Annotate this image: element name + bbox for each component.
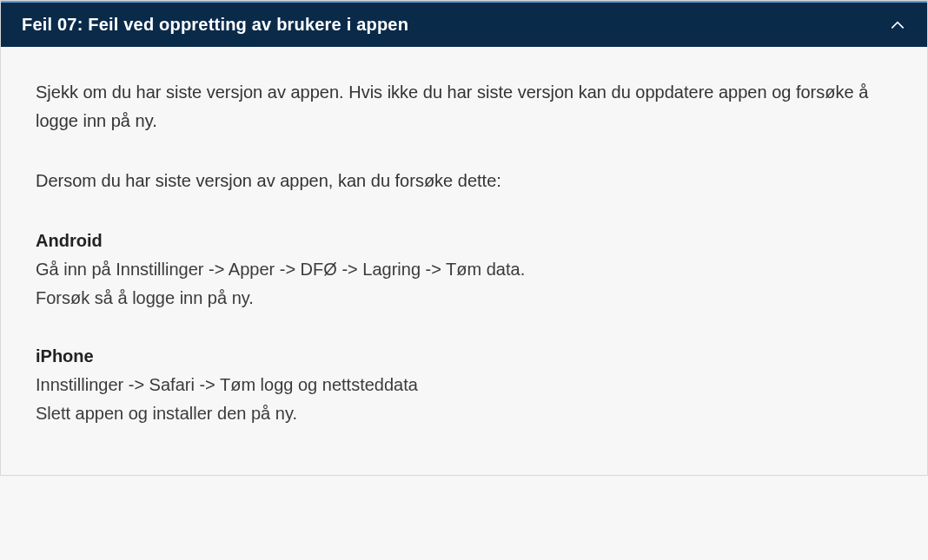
- instruction-paragraph: Dersom du har siste versjon av appen, ka…: [36, 167, 892, 195]
- section-android: Android Gå inn på Innstillinger -> Apper…: [36, 227, 892, 313]
- accordion-body: Sjekk om du har siste versjon av appen. …: [1, 47, 927, 475]
- section-line: Slett appen og installer den på ny.: [36, 399, 892, 428]
- accordion-header[interactable]: Feil 07: Feil ved oppretting av brukere …: [1, 1, 927, 47]
- intro-paragraph: Sjekk om du har siste versjon av appen. …: [36, 78, 892, 135]
- section-heading: iPhone: [36, 342, 892, 371]
- section-line: Innstillinger -> Safari -> Tøm logg og n…: [36, 371, 892, 399]
- section-heading: Android: [36, 227, 892, 255]
- accordion-title: Feil 07: Feil ved oppretting av brukere …: [22, 15, 408, 35]
- chevron-up-icon: [889, 16, 906, 34]
- section-line: Forsøk så å logge inn på ny.: [36, 284, 892, 313]
- accordion-item: Feil 07: Feil ved oppretting av brukere …: [0, 0, 928, 476]
- section-iphone: iPhone Innstillinger -> Safari -> Tøm lo…: [36, 342, 892, 428]
- section-line: Gå inn på Innstillinger -> Apper -> DFØ …: [36, 255, 892, 284]
